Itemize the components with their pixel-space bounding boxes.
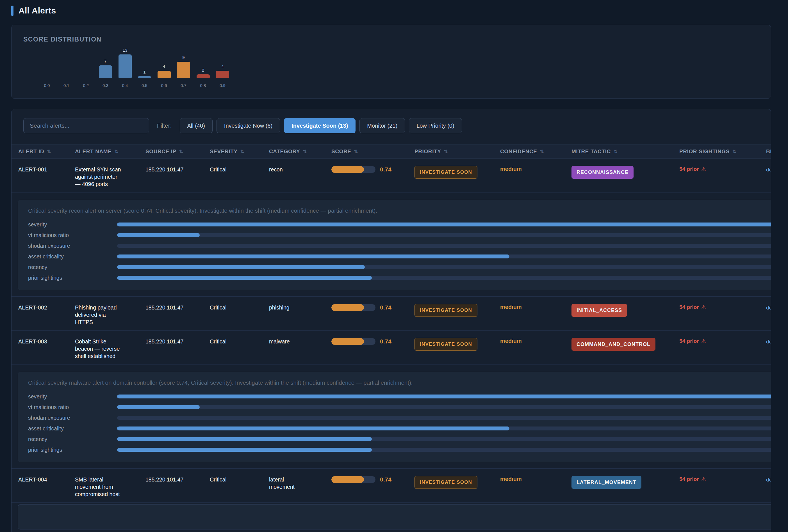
feature-bar-fill bbox=[117, 276, 372, 280]
chart-bar bbox=[158, 71, 171, 78]
table-body: ALERT-001External SYN scan against perim… bbox=[12, 159, 771, 530]
feature-label: asset criticality bbox=[28, 425, 117, 432]
score-value: 0.74 bbox=[380, 338, 392, 345]
feature-bar-fill bbox=[117, 448, 372, 452]
breakdown-section-peek bbox=[12, 503, 771, 530]
feature-bar-track bbox=[117, 394, 771, 398]
feature-bar-fill bbox=[117, 427, 509, 430]
filter-label: Filter: bbox=[157, 122, 172, 129]
filter-button[interactable]: Investigate Now (6) bbox=[217, 118, 280, 133]
column-header[interactable]: ALERT NAME⇅ bbox=[75, 148, 145, 155]
chart-x-tick: 0.0 bbox=[44, 83, 50, 88]
feature-row: asset criticality bbox=[28, 251, 771, 262]
sort-icon[interactable]: ⇅ bbox=[540, 149, 544, 155]
chart-x-tick: 0.2 bbox=[83, 83, 89, 88]
breakdown-panel: Critical-severity recon alert on server … bbox=[18, 200, 771, 290]
feature-row: severity bbox=[28, 219, 771, 230]
severity: Critical bbox=[210, 166, 269, 173]
priority-badge: INVESTIGATE SOON bbox=[414, 476, 477, 489]
sort-icon[interactable]: ⇅ bbox=[179, 149, 183, 155]
chart-bar bbox=[138, 76, 151, 78]
details-link[interactable]: details bbox=[766, 477, 771, 483]
chart-x-tick: 0.5 bbox=[141, 83, 147, 88]
sort-icon[interactable]: ⇅ bbox=[303, 149, 307, 155]
column-header[interactable]: SCORE⇅ bbox=[331, 148, 414, 155]
feature-row: prior sightings bbox=[28, 272, 771, 283]
column-header[interactable]: MITRE TACTIC⇅ bbox=[571, 148, 679, 155]
source-ip: 185.220.101.47 bbox=[145, 338, 210, 345]
column-header[interactable]: CATEGORY⇅ bbox=[269, 148, 331, 155]
column-header-label: SEVERITY bbox=[210, 148, 238, 155]
feature-bar-fill bbox=[117, 265, 365, 269]
details-link[interactable]: details bbox=[766, 167, 771, 172]
search-input[interactable] bbox=[23, 118, 149, 133]
sort-icon[interactable]: ⇅ bbox=[115, 149, 119, 155]
breakdown-section: Critical-severity malware alert on domai… bbox=[12, 365, 771, 469]
alert-name: SMB lateral movement from compromised ho… bbox=[75, 476, 122, 498]
sort-icon[interactable]: ⇅ bbox=[354, 149, 358, 155]
warning-icon: ⚠ bbox=[701, 338, 706, 344]
feature-bar-track bbox=[117, 223, 771, 226]
sort-icon[interactable]: ⇅ bbox=[240, 149, 244, 155]
sort-icon[interactable]: ⇅ bbox=[614, 149, 618, 155]
priority-badge: INVESTIGATE SOON bbox=[414, 166, 477, 179]
table-row[interactable]: ALERT-004SMB lateral movement from compr… bbox=[12, 469, 771, 503]
chart-x-tick: 0.4 bbox=[122, 83, 128, 88]
chart-bar-value: 4 bbox=[221, 64, 223, 69]
source-ip: 185.220.101.47 bbox=[145, 476, 210, 483]
breakdown-cell: details bbox=[766, 476, 771, 484]
score-value: 0.74 bbox=[380, 166, 392, 173]
filter-buttons: All (40)Investigate Now (6)Investigate S… bbox=[180, 118, 462, 133]
feature-row: recency bbox=[28, 262, 771, 272]
feature-bar-fill bbox=[117, 394, 771, 398]
feature-label: vt malicious ratio bbox=[28, 404, 117, 410]
score-bar-fill bbox=[331, 166, 364, 173]
mitre-tactic-badge: RECONNAISSANCE bbox=[571, 166, 633, 179]
column-header[interactable]: CONFIDENCE⇅ bbox=[500, 148, 571, 155]
confidence: medium bbox=[500, 304, 571, 310]
warning-icon: ⚠ bbox=[701, 304, 706, 310]
feature-bar-fill bbox=[117, 223, 771, 226]
column-header[interactable]: PRIOR SIGHTINGS⇅ bbox=[679, 148, 766, 155]
sort-icon[interactable]: ⇅ bbox=[47, 149, 51, 155]
feature-bar-fill bbox=[117, 254, 509, 259]
column-header[interactable]: SOURCE IP⇅ bbox=[145, 148, 210, 155]
table-row[interactable]: ALERT-001External SYN scan against perim… bbox=[12, 159, 771, 192]
mitre-tactic-badge: INITIAL_ACCESS bbox=[571, 304, 627, 317]
feature-label: prior sightings bbox=[28, 447, 117, 453]
filter-button[interactable]: All (40) bbox=[180, 118, 213, 133]
priority-badge: INVESTIGATE SOON bbox=[414, 338, 477, 351]
priority-badge: INVESTIGATE SOON bbox=[414, 304, 477, 317]
filter-button[interactable]: Low Priority (0) bbox=[409, 118, 462, 133]
chart-bar-value: 13 bbox=[123, 48, 127, 53]
details-link[interactable]: details bbox=[766, 339, 771, 345]
sort-icon[interactable]: ⇅ bbox=[444, 149, 448, 155]
mitre-tactic-badge: LATERAL_MOVEMENT bbox=[571, 476, 642, 489]
feature-row: vt malicious ratio bbox=[28, 230, 771, 241]
score-bar-fill bbox=[331, 338, 364, 345]
category: phishing bbox=[269, 304, 297, 311]
table-row[interactable]: ALERT-003Cobalt Strike beacon — reverse … bbox=[12, 330, 771, 365]
source-ip: 185.220.101.47 bbox=[145, 304, 210, 311]
column-header-label: MITRE TACTIC bbox=[571, 148, 611, 155]
feature-label: shodan exposure bbox=[28, 415, 117, 421]
chart-x-tick: 0.7 bbox=[181, 83, 186, 88]
column-header[interactable]: BREAKDOWN bbox=[766, 148, 771, 155]
alert-id: ALERT-004 bbox=[18, 476, 75, 483]
feature-label: prior sightings bbox=[28, 275, 117, 281]
column-header[interactable]: SEVERITY⇅ bbox=[210, 148, 269, 155]
chart-bar bbox=[216, 71, 229, 78]
feature-label: asset criticality bbox=[28, 253, 117, 260]
filter-button[interactable]: Monitor (21) bbox=[359, 118, 405, 133]
page-title: All Alerts bbox=[19, 6, 56, 16]
column-header-label: BREAKDOWN bbox=[766, 148, 771, 155]
source-ip: 185.220.101.47 bbox=[145, 166, 210, 173]
sort-icon[interactable]: ⇅ bbox=[732, 149, 736, 155]
column-header[interactable]: PRIORITY⇅ bbox=[414, 148, 500, 155]
feature-bar-fill bbox=[117, 405, 200, 409]
table-row[interactable]: ALERT-002Phishing payload delivered via … bbox=[12, 296, 771, 330]
column-header[interactable]: ALERT ID⇅ bbox=[18, 148, 75, 155]
details-link[interactable]: details bbox=[766, 305, 771, 311]
filter-button[interactable]: Investigate Soon (13) bbox=[284, 118, 356, 133]
category: malware bbox=[269, 338, 297, 345]
